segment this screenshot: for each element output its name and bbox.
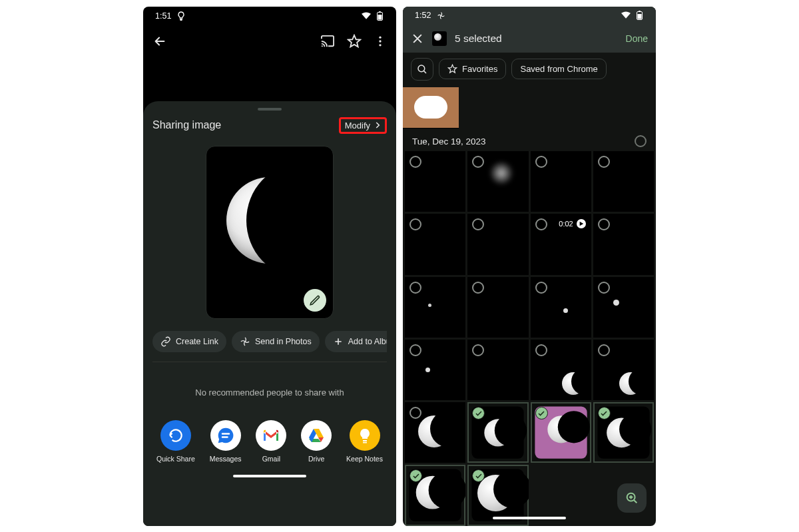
filter-favorites[interactable]: Favorites [439, 59, 506, 79]
grid-cell[interactable] [405, 151, 465, 212]
grid-cell[interactable] [467, 340, 528, 400]
select-ring[interactable] [598, 218, 610, 230]
select-ring[interactable] [598, 156, 610, 168]
drag-handle[interactable] [258, 108, 282, 111]
select-ring[interactable] [409, 156, 421, 168]
wifi-icon [621, 11, 631, 20]
other-date-thumbnail[interactable] [403, 87, 459, 129]
svg-rect-10 [639, 11, 641, 12]
grid-cell[interactable] [593, 340, 654, 400]
battery-icon [375, 11, 384, 21]
zoom-fab[interactable] [617, 483, 647, 513]
svg-point-5 [379, 36, 381, 38]
grid-cell[interactable] [405, 402, 465, 463]
grid-cell[interactable] [467, 151, 528, 212]
app-keep[interactable]: Keep Notes [346, 420, 383, 463]
filter-bar: Favorites Saved from Chrome [403, 53, 656, 87]
grid-cell-selected[interactable] [405, 465, 465, 525]
grid-cell-selected[interactable] [593, 402, 654, 463]
more-vert-icon[interactable] [374, 35, 387, 48]
app-drive[interactable]: Drive [301, 420, 332, 463]
grid-cell[interactable] [405, 340, 465, 400]
grid-cell[interactable] [467, 277, 528, 338]
share-preview[interactable] [206, 146, 334, 319]
select-ring[interactable] [472, 344, 484, 356]
select-ring[interactable] [409, 344, 421, 356]
select-ring[interactable] [598, 344, 610, 356]
send-photos-chip[interactable]: Send in Photos [232, 331, 320, 352]
check-icon[interactable] [535, 407, 548, 419]
check-icon[interactable] [598, 407, 611, 419]
svg-point-3 [322, 45, 323, 47]
status-bar: 1:51 [143, 7, 396, 25]
nav-home-pill[interactable] [493, 517, 566, 519]
grid-cell[interactable] [467, 214, 528, 274]
modify-label: Modify [345, 121, 370, 131]
select-ring[interactable] [535, 156, 547, 168]
back-icon[interactable] [152, 34, 167, 49]
grid-cell[interactable] [593, 151, 654, 212]
grid-cell[interactable] [531, 277, 591, 338]
app-quick-share[interactable]: Quick Share [156, 420, 195, 463]
date-header: Tue, Dec 19, 2023 [403, 129, 656, 151]
zoom-in-icon [625, 491, 639, 505]
grid-cell[interactable] [405, 214, 465, 274]
svg-point-6 [379, 40, 381, 42]
grid-cell[interactable] [531, 340, 591, 400]
filter-saved-chrome[interactable]: Saved from Chrome [511, 59, 606, 79]
chevron-right-icon [373, 121, 382, 130]
select-all-ring[interactable] [635, 135, 647, 147]
app-label: Messages [210, 455, 242, 463]
cast-icon[interactable] [320, 35, 335, 48]
select-ring[interactable] [409, 282, 421, 294]
grid-cell-selected[interactable] [531, 402, 591, 463]
sheet-title: Sharing image [152, 119, 221, 131]
filter-favorites-label: Favorites [462, 64, 497, 74]
svg-marker-4 [348, 35, 360, 46]
svg-point-12 [418, 65, 425, 72]
edit-fab[interactable] [304, 289, 326, 312]
grid-cell[interactable]: 0:02 [531, 214, 591, 274]
add-album-label: Add to Album [348, 337, 387, 346]
drive-icon [307, 427, 326, 444]
select-ring[interactable] [598, 282, 610, 294]
lightbulb-icon [176, 11, 186, 21]
app-label: Gmail [262, 455, 280, 463]
status-bar: 1:52 [403, 7, 656, 25]
select-ring[interactable] [409, 407, 421, 419]
app-gmail[interactable]: Gmail [256, 420, 286, 463]
add-album-chip[interactable]: Add to Album [325, 331, 387, 352]
selection-thumbnail [432, 31, 447, 46]
status-time: 1:51 [155, 11, 171, 21]
grid-cell[interactable] [531, 151, 591, 212]
star-icon[interactable] [347, 34, 362, 49]
filter-saved-label: Saved from Chrome [520, 64, 597, 74]
svg-rect-2 [378, 15, 382, 20]
close-icon[interactable] [411, 32, 424, 45]
grid-cell-selected[interactable] [467, 402, 528, 463]
search-button[interactable] [411, 58, 433, 81]
photo-grid: 0:02 [403, 151, 656, 526]
done-button[interactable]: Done [626, 33, 648, 44]
quick-share-icon [167, 427, 184, 444]
select-ring[interactable] [535, 344, 547, 356]
app-messages[interactable]: Messages [210, 420, 242, 463]
pinwheel-icon [436, 11, 445, 20]
select-ring[interactable] [472, 282, 484, 294]
share-sheet: Sharing image Modify Create Link Send [143, 101, 396, 526]
select-ring[interactable] [472, 218, 484, 230]
selection-topbar: 5 selected Done [403, 25, 656, 53]
create-link-chip[interactable]: Create Link [152, 331, 226, 352]
select-ring[interactable] [535, 218, 547, 230]
grid-cell[interactable] [593, 214, 654, 274]
grid-cell[interactable] [405, 277, 465, 338]
grid-cell[interactable] [593, 277, 654, 338]
select-ring[interactable] [472, 156, 484, 168]
select-ring[interactable] [409, 218, 421, 230]
modify-button[interactable]: Modify [339, 117, 387, 134]
nav-home-pill[interactable] [233, 475, 306, 477]
phone-left: 1:51 [143, 7, 396, 526]
select-ring[interactable] [535, 282, 547, 294]
battery-icon [635, 11, 644, 20]
pinwheel-icon [240, 336, 250, 347]
